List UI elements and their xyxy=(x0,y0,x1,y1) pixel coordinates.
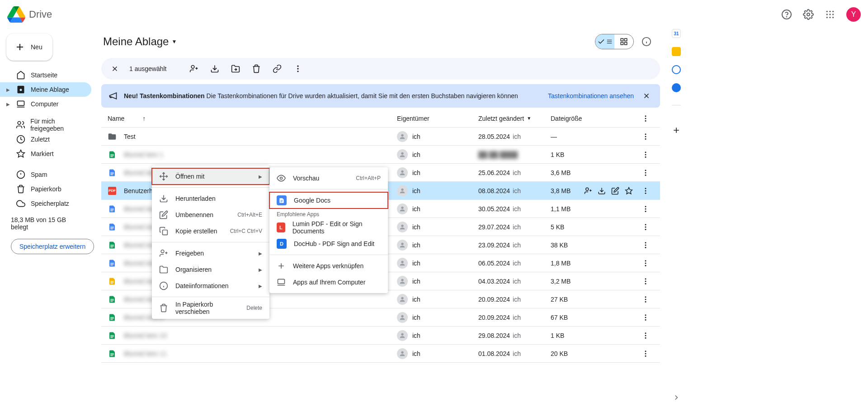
col-modified-header[interactable]: Zuletzt geändert ▼ xyxy=(478,115,551,122)
sidebar-item-storage[interactable]: Speicherplatz xyxy=(0,196,91,211)
calendar-icon[interactable]: 31 xyxy=(672,29,681,38)
banner-close-button[interactable] xyxy=(640,90,653,102)
sub-dochub[interactable]: DDocHub - PDF Sign and Edit xyxy=(269,236,388,252)
ctx-download[interactable]: Herunterladen xyxy=(152,190,269,207)
ctx-organize[interactable]: Organisieren▶ xyxy=(152,261,269,278)
logo[interactable]: Drive xyxy=(7,5,52,24)
page-title[interactable]: Meine Ablage ▼ xyxy=(103,35,177,48)
row-more-button[interactable] xyxy=(637,223,655,231)
col-size-header[interactable]: Dateigröße xyxy=(551,115,637,122)
more-button[interactable] xyxy=(292,62,304,75)
file-size: — xyxy=(551,133,637,140)
owner-name: ich xyxy=(412,223,420,231)
expand-storage-button[interactable]: Speicherplatz erweitern xyxy=(11,239,94,254)
table-row[interactable]: Blurred item 11ich01.08.2024 ich20 KB xyxy=(101,345,660,363)
row-more-button[interactable] xyxy=(637,205,655,213)
sub-more-apps[interactable]: Weitere Apps verknüpfen xyxy=(269,258,388,274)
modified-by: ich xyxy=(513,205,521,213)
col-name-header[interactable]: Name ↑ xyxy=(101,115,397,122)
contacts-icon[interactable] xyxy=(672,83,681,92)
svg-point-25 xyxy=(297,71,298,72)
details-icon[interactable] xyxy=(637,33,656,51)
settings-icon[interactable] xyxy=(799,5,817,24)
clear-selection-button[interactable] xyxy=(108,62,121,75)
file-type-icon xyxy=(108,150,117,159)
apps-icon[interactable] xyxy=(821,5,839,24)
avatar[interactable]: Y xyxy=(846,7,861,22)
help-icon[interactable] xyxy=(778,5,796,24)
col-owner-header[interactable]: Eigentümer xyxy=(397,115,478,122)
ctx-share[interactable]: Freigeben▶ xyxy=(152,245,269,261)
row-edit-icon[interactable] xyxy=(611,187,619,195)
svg-rect-69 xyxy=(110,246,113,247)
collapse-panel-button[interactable] xyxy=(667,388,685,407)
sidebar-item-my-drive[interactable]: ▶Meine Ablage xyxy=(0,82,91,97)
svg-point-36 xyxy=(401,152,403,154)
keep-icon[interactable] xyxy=(672,47,681,56)
row-more-button[interactable] xyxy=(637,151,655,159)
row-more-button[interactable] xyxy=(637,187,655,195)
file-size: 1 KB xyxy=(551,332,637,339)
delete-button[interactable] xyxy=(250,62,263,75)
ctx-trash[interactable]: In Papierkorb verschiebenDelete xyxy=(152,300,269,316)
row-more-button[interactable] xyxy=(637,169,655,177)
tasks-icon[interactable] xyxy=(672,65,681,74)
caret-right-icon[interactable]: ▶ xyxy=(5,87,11,92)
link-button[interactable] xyxy=(271,62,283,75)
table-row[interactable]: Blurred item 1ich██.██.████ 1 KB xyxy=(101,146,660,164)
row-more-button[interactable] xyxy=(637,277,655,285)
svg-point-117 xyxy=(161,250,164,253)
add-addon-button[interactable] xyxy=(669,123,684,137)
caret-right-icon[interactable]: ▶ xyxy=(5,102,11,107)
move-button[interactable] xyxy=(229,62,242,75)
sub-preview[interactable]: VorschauCtrl+Alt+P xyxy=(269,170,388,186)
spam-icon xyxy=(16,170,25,179)
svg-point-45 xyxy=(645,172,646,173)
svg-rect-34 xyxy=(110,155,114,156)
svg-point-11 xyxy=(832,17,834,18)
laptop-icon xyxy=(16,99,25,109)
share-button[interactable] xyxy=(188,62,200,75)
row-more-button[interactable] xyxy=(637,331,655,340)
sub-google-docs[interactable]: Google Docs xyxy=(269,192,388,208)
grid-view-button[interactable] xyxy=(614,34,633,49)
sidebar-item-starred[interactable]: Markiert xyxy=(0,147,91,161)
owner-avatar xyxy=(397,149,408,160)
row-more-button[interactable] xyxy=(637,133,655,141)
sidebar-item-shared[interactable]: Für mich freigegeben xyxy=(0,118,91,132)
svg-marker-49 xyxy=(626,187,632,194)
row-star-icon[interactable] xyxy=(625,187,633,195)
table-row[interactable]: Testich28.05.2024 ich— xyxy=(101,128,660,146)
sidebar-item-trash[interactable]: Papierkorb xyxy=(0,182,91,196)
ctx-open-with[interactable]: Öffnen mit▶ xyxy=(152,168,269,185)
list-view-button[interactable] xyxy=(595,34,614,49)
row-more-button[interactable] xyxy=(637,295,655,303)
ctx-rename[interactable]: UmbenennenCtrl+Alt+E xyxy=(152,207,269,223)
svg-point-4 xyxy=(829,11,830,12)
plus-icon xyxy=(14,42,25,52)
row-more-button[interactable] xyxy=(637,350,655,358)
ctx-copy[interactable]: Kopie erstellenCtrl+C Ctrl+V xyxy=(152,223,269,239)
svg-rect-90 xyxy=(110,301,113,301)
row-share-icon[interactable] xyxy=(584,187,592,195)
svg-point-94 xyxy=(645,301,646,302)
row-download-icon[interactable] xyxy=(598,187,606,195)
sidebar-item-home[interactable]: Startseite xyxy=(0,68,91,82)
sub-lumin[interactable]: LLumin PDF - Edit or Sign Documents xyxy=(269,219,388,236)
ctx-label: Herunterladen xyxy=(175,195,216,202)
ctx-info[interactable]: Dateiinformationen▶ xyxy=(152,278,269,294)
row-more-button[interactable] xyxy=(637,259,655,267)
row-more-button[interactable] xyxy=(637,241,655,249)
table-row[interactable]: Blurred item 10ich29.08.2024 ich1 KB xyxy=(101,327,660,345)
col-actions-header[interactable] xyxy=(637,114,655,123)
sidebar-item-spam[interactable]: Spam xyxy=(0,167,91,182)
download-button[interactable] xyxy=(208,62,221,75)
ctx-label: Kopie erstellen xyxy=(175,227,217,235)
sub-desktop-apps[interactable]: Apps auf Ihrem Computer xyxy=(269,274,388,290)
sidebar-item-recent[interactable]: Zuletzt xyxy=(0,132,91,147)
open-with-icon xyxy=(159,172,168,181)
sidebar-item-computers[interactable]: ▶Computer xyxy=(0,97,91,111)
banner-link[interactable]: Tastenkombinationen ansehen xyxy=(548,92,634,99)
row-more-button[interactable] xyxy=(637,313,655,322)
new-button[interactable]: Neu xyxy=(6,33,52,61)
